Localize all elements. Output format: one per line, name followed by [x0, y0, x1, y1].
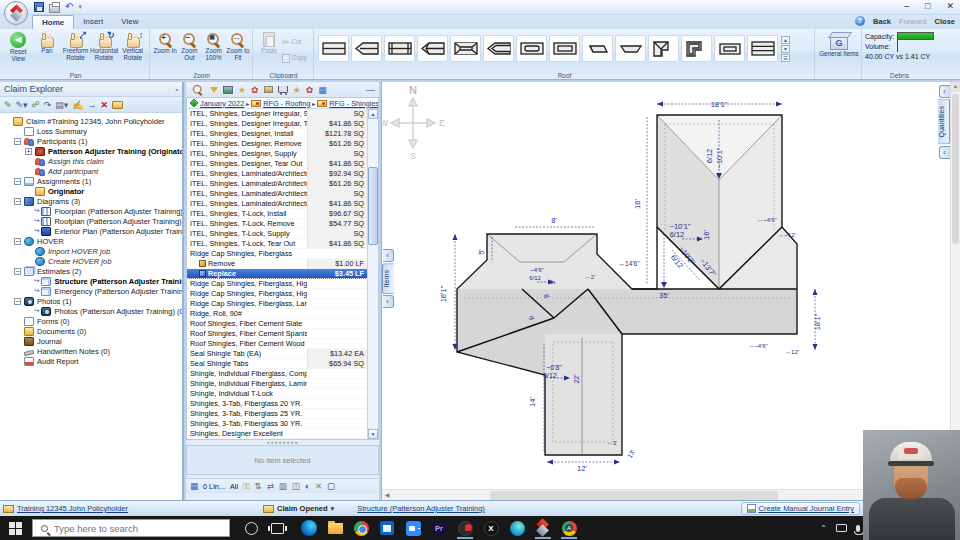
search-items-icon[interactable] — [192, 84, 203, 95]
back-button[interactable]: Back — [873, 17, 891, 26]
price-list-row[interactable]: Shingle, Individual Fiberglass, Composit… — [187, 369, 367, 379]
tree-expander-icon[interactable]: − — [14, 268, 21, 275]
paste-button[interactable]: Paste — [256, 31, 282, 69]
roof-shape-button-8[interactable] — [549, 35, 580, 62]
price-list-row[interactable]: Shingle, Individual T-Lock — [187, 389, 367, 399]
tree-item[interactable]: Claim #Training 12345, John Policyholder — [0, 116, 182, 126]
panel-pin-icon[interactable]: ▪ — [176, 86, 178, 93]
price-list-row[interactable]: Remove$1.00 LF — [187, 259, 367, 269]
reset-view-button[interactable]: ◀Reset View — [4, 31, 33, 69]
zoom-app-button[interactable] — [400, 516, 426, 540]
tree-item[interactable]: ↪Emergency (Patterson Adjuster Training) — [0, 286, 182, 296]
tree-item[interactable]: ↪Photos (Patterson Adjuster Training) (0… — [0, 306, 182, 316]
edit-claim-icon[interactable]: ✎ — [4, 100, 12, 110]
scroll-up-icon[interactable]: ▲ — [368, 109, 378, 119]
tree-expander-icon[interactable]: − — [14, 138, 21, 145]
list-scrollbar[interactable]: ▲ ▼ — [367, 109, 378, 439]
cortana-button[interactable] — [238, 516, 264, 540]
price-list-row[interactable]: ITEL, Shingles, T-Lock, Tear Out$41.86 S… — [187, 239, 367, 249]
columns-icon[interactable]: ◫ — [292, 481, 300, 491]
roof-shape-button-7[interactable] — [516, 35, 547, 62]
clear-icon[interactable]: ✕ — [315, 481, 322, 491]
price-list-row[interactable]: Ridge Cap Shingles, Fiberglass, Laminate… — [187, 299, 367, 309]
price-list-row[interactable]: Ridge, Roll, 90# — [187, 309, 367, 319]
tree-item[interactable]: Loss Summary — [0, 126, 182, 136]
state-dropdown-icon[interactable]: ▾ — [330, 504, 334, 513]
tree-item[interactable]: +Patterson Adjuster Training (Originator… — [0, 146, 182, 156]
grid-view-icon[interactable]: ▦ — [318, 85, 327, 95]
star2-icon[interactable]: ★ — [293, 85, 301, 95]
image-view-icon[interactable] — [223, 86, 233, 94]
tree-expander-icon[interactable]: − — [14, 178, 21, 185]
roof-shape-button-12[interactable] — [681, 35, 712, 62]
price-list-row[interactable]: Shingles, Designer Excellent — [187, 429, 367, 439]
roof-shape-button-6[interactable] — [483, 35, 514, 62]
tree-expander-icon[interactable]: − — [14, 238, 21, 245]
flower-macro-icon[interactable]: ✿ — [251, 85, 259, 95]
zoom-in-button[interactable]: +Zoom In — [153, 31, 177, 69]
breadcrumb-link[interactable]: RFG - Roofing — [263, 99, 310, 108]
delete-icon[interactable]: ✕ — [101, 100, 109, 110]
link-icon[interactable]: ☍ — [32, 100, 40, 110]
vscroll-thumb[interactable] — [952, 94, 959, 244]
price-list-row[interactable]: Shingles, 3-Tab, Fiberglass 25 YR. — [187, 409, 367, 419]
tree-expander-icon[interactable]: − — [14, 298, 21, 305]
tree-item[interactable]: −Assignments (1) — [0, 176, 182, 186]
price-list-row[interactable]: ITEL, Shingles, Designer, Remove$61.26 S… — [187, 139, 367, 149]
tree-item[interactable]: Add participant — [0, 166, 182, 176]
roof-shape-button-1[interactable] — [318, 35, 349, 62]
sign-icon[interactable]: ✍ — [72, 100, 83, 110]
roof-gallery-spinner[interactable]: ▲▼☰ — [781, 36, 790, 69]
tree-item[interactable]: ↪Exterior Plan (Patterson Adjuster Train… — [0, 226, 182, 236]
forward-button[interactable]: Forward — [899, 17, 927, 26]
roof-shape-button-5[interactable] — [450, 35, 481, 62]
breadcrumb-link[interactable]: January 2022 — [200, 99, 244, 108]
display-icon[interactable] — [836, 524, 847, 532]
price-list-row[interactable]: Seal Shingle Tabs$65.94 SQ — [187, 359, 367, 369]
taskbar-search[interactable] — [32, 519, 230, 537]
roof-shape-button-2[interactable] — [351, 35, 382, 62]
price-list-row[interactable]: ITEL, Shingles, Designer Irregular, Supp… — [187, 109, 367, 119]
quick-access-dropdown-icon[interactable]: ▾ — [78, 3, 82, 11]
price-list-row[interactable]: Roof Shingles, Fiber Cement Wood Shake/S… — [187, 339, 367, 349]
quantities-side-tab[interactable]: ‹ Quantities ‹ — [938, 84, 950, 160]
roof-shape-button-10[interactable] — [615, 35, 646, 62]
price-list-row[interactable]: Shingles, 3-Tab, Fiberglass 20 YR. — [187, 399, 367, 409]
expand-right2-icon[interactable]: ‹ — [939, 146, 950, 159]
price-list-row[interactable]: ITEL, Shingles, T-Lock, SupplySQ — [187, 229, 367, 239]
general-items-button[interactable]: G General Items — [818, 31, 860, 58]
tree-item[interactable]: −HOVER — [0, 236, 182, 246]
price-list-row[interactable]: Roof Shingles, Fiber Cement Spanish/Clay… — [187, 329, 367, 339]
xactware-button[interactable]: X — [478, 516, 504, 540]
xactimate-button[interactable] — [530, 516, 556, 540]
recorder-button[interactable] — [452, 516, 478, 540]
roof-shape-button-11[interactable] — [648, 35, 679, 62]
price-list-row[interactable]: ITEL, Shingles, Laminated/Architectural,… — [187, 169, 367, 179]
close-sketch-button[interactable]: Close — [935, 17, 955, 26]
estimate-link[interactable]: Structure (Patterson Adjuster Training) — [357, 504, 485, 513]
price-list-row[interactable]: ITEL, Shingles, T-Lock, Install$96.67 SQ — [187, 209, 367, 219]
tray-expand-icon[interactable]: ⌃ — [820, 524, 827, 533]
price-list-row[interactable]: ITEL, Shingles, T-Lock, Remove$54.77 SQ — [187, 219, 367, 229]
horizontal-rotate-button[interactable]: ↻Horizontal Rotate — [90, 31, 119, 69]
canvas-vscrollbar[interactable]: ▲ — [950, 82, 960, 489]
claim-state[interactable]: Claim Opened — [277, 504, 327, 513]
store-button[interactable] — [374, 516, 400, 540]
scroll-down-icon[interactable]: ▼ — [368, 429, 378, 439]
collapse-left-icon[interactable]: ‹ — [383, 249, 394, 262]
tree-item[interactable]: ↪Roofplan (Patterson Adjuster Training) — [0, 216, 182, 226]
close-window-button[interactable]: ✕ — [946, 1, 954, 11]
help-icon[interactable]: ? — [855, 16, 865, 26]
roof-shape-button-9[interactable] — [582, 35, 613, 62]
zoom-to-fit-button[interactable]: ↔Zoom to Fit — [226, 31, 250, 69]
tree-item[interactable]: Documents (0) — [0, 326, 182, 336]
undo-icon[interactable]: ↶ — [65, 2, 73, 12]
filter-all-label[interactable]: All — [230, 482, 238, 491]
edit-estimate-icon[interactable]: ✎▾ — [16, 100, 28, 110]
cart-icon[interactable] — [278, 86, 288, 93]
claim-link[interactable]: Training 12345 John Policyholder — [17, 504, 128, 513]
layers-icon[interactable]: ▥ — [279, 481, 287, 491]
tree-item[interactable]: ↪Structure (Patterson Adjuster Training) — [0, 276, 182, 286]
tree-item[interactable]: Import HOVER job — [0, 246, 182, 256]
price-list-row[interactable]: Replace$3.45 LF — [187, 269, 367, 279]
